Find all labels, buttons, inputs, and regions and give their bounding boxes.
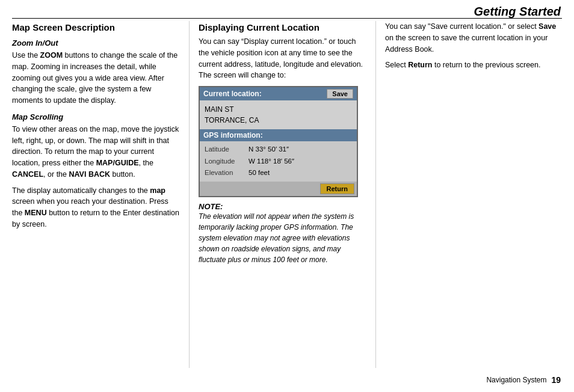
note-title: NOTE: [199,202,223,211]
gps-info-header: GPS information: [200,129,357,141]
middle-column: Displaying Current Location You can say … [190,21,376,368]
zoom-keyword: ZOOM [40,51,63,60]
navi-back-keyword: NAVI BACK [69,170,110,179]
right-column: You can say "Save current location." or … [376,21,562,368]
scrolling-text1: To view other areas on the map, move the… [12,124,180,180]
address-line1: MAIN ST [205,104,352,115]
displaying-intro: You can say “Display current location.” … [199,36,366,81]
return-button-mockup: Return [320,183,354,194]
gps-elevation-row: Elevation 50 feet [205,167,352,179]
cancel-keyword: CANCEL [12,170,43,179]
screen-header-row: Current location: Save [200,87,357,100]
page-title: Getting Started [474,5,561,19]
scrolling-subtitle: Map Scrolling [12,112,180,121]
address-line2: TORRANCE, CA [205,115,352,126]
current-location-label: Current location: [203,90,262,98]
map-screen-section-title: Map Screen Description [12,22,180,32]
content-area: Map Screen Description Zoom In/Out Use t… [12,21,562,368]
map-keyword: map [150,186,165,195]
gps-data: Latitude N 33° 50′ 31″ Longitude W 118° … [200,141,357,182]
zoom-text: Use the ZOOM buttons to change the scale… [12,50,180,106]
gps-latitude-row: Latitude N 33° 50′ 31″ [205,144,352,156]
page-footer: Navigation System 19 [486,375,561,385]
screen-return-row: Return [200,182,357,196]
longitude-label: Longitude [205,156,244,168]
zoom-subtitle: Zoom In/Out [12,38,180,47]
footer-brand: Navigation System [486,376,546,384]
map-guide-keyword: MAP/GUIDE [96,159,139,167]
save-button-mockup: Save [327,89,353,99]
screen-mockup: Current location: Save MAIN ST TORRANCE,… [199,86,358,197]
left-column: Map Screen Description Zoom In/Out Use t… [12,21,190,368]
right-text1: You can say "Save current location." or … [385,21,562,55]
menu-keyword: MENU [25,209,47,217]
longitude-value: W 118° 18′ 56″ [248,156,294,168]
displaying-section-title: Displaying Current Location [199,22,366,32]
note-section: NOTE: The elevation will not appear when… [199,202,366,265]
return-keyword: Return [408,61,432,69]
latitude-label: Latitude [205,144,244,156]
footer-page-number: 19 [551,375,561,385]
gps-longitude-row: Longitude W 118° 18′ 56″ [205,156,352,168]
elevation-value: 50 feet [248,167,270,179]
elevation-label: Elevation [205,167,244,179]
header-title-text: Getting Started [474,5,561,18]
right-text2: Select Return to return to the previous … [385,60,562,71]
scrolling-text2: The display automatically changes to the… [12,185,180,230]
save-keyword: Save [539,22,556,31]
screen-address: MAIN ST TORRANCE, CA [200,100,357,129]
latitude-value: N 33° 50′ 31″ [248,144,289,156]
note-text: The elevation will not appear when the s… [199,211,366,265]
